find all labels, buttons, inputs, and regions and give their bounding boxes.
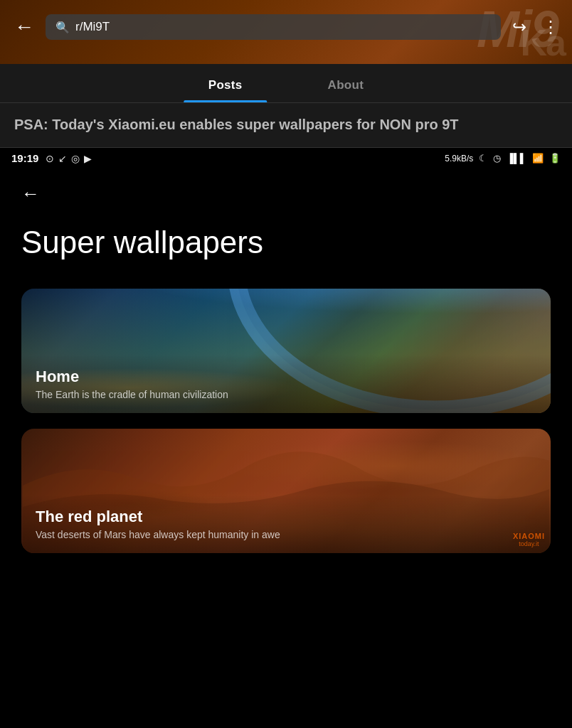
mars-card-subtitle: Vast deserts of Mars have always kept hu…	[36, 529, 536, 540]
mars-card-label: The red planet Vast deserts of Mars have…	[21, 495, 551, 553]
share-button[interactable]: ↪	[507, 14, 532, 40]
wifi-icon: 📶	[532, 153, 544, 164]
download-icon: ↙	[58, 153, 67, 164]
address-bar: ← 🔍 r/Mi9T ↪ ⋮	[0, 13, 572, 41]
status-time: 19:19	[11, 152, 38, 164]
alarm-icon: ◷	[493, 153, 501, 164]
spotify-icon: ⊙	[46, 153, 54, 164]
earth-wallpaper-card[interactable]: Home The Earth is the cradle of human ci…	[21, 289, 551, 413]
status-left: 19:19 ⊙ ↙ ◎ ▶	[11, 152, 92, 164]
mars-wallpaper-card[interactable]: The red planet Vast deserts of Mars have…	[21, 429, 551, 553]
earth-card-label: Home The Earth is the cradle of human ci…	[21, 355, 551, 413]
tab-about[interactable]: About	[285, 68, 407, 102]
status-right: 5.9kB/s ☾ ◷ ▐▌▌ 📶 🔋	[445, 153, 561, 164]
xiaomi-watermark: XIAOMI today.it	[513, 532, 545, 547]
xiaomi-site: today.it	[513, 540, 545, 547]
phone-content: ← Super wallpapers Home The Earth is the…	[0, 168, 572, 595]
phone-back-button[interactable]: ←	[21, 183, 40, 205]
instagram-icon: ◎	[71, 153, 80, 164]
search-bar[interactable]: 🔍 r/Mi9T	[46, 14, 501, 40]
earth-card-subtitle: The Earth is the cradle of human civiliz…	[36, 389, 536, 400]
youtube-icon: ▶	[84, 153, 92, 164]
super-wallpapers-title: Super wallpapers	[21, 225, 551, 260]
search-text: r/Mi9T	[75, 20, 110, 34]
signal-icon: ▐▌▌	[507, 153, 526, 164]
mars-card-title: The red planet	[36, 508, 536, 526]
battery-icon: 🔋	[549, 153, 561, 164]
tab-posts[interactable]: Posts	[166, 68, 285, 102]
status-icons: ⊙ ↙ ◎ ▶	[46, 153, 92, 164]
top-banner: Mi9 Ka ← 🔍 r/Mi9T ↪ ⋮	[0, 0, 572, 64]
search-icon: 🔍	[55, 21, 70, 34]
tabs-container: Posts About	[0, 64, 572, 103]
more-button[interactable]: ⋮	[538, 14, 563, 40]
xiaomi-brand: XIAOMI	[513, 532, 545, 540]
earth-card-title: Home	[36, 368, 536, 386]
back-button[interactable]: ←	[9, 13, 40, 41]
moon-icon: ☾	[479, 153, 487, 164]
post-title: PSA: Today's Xiaomi.eu enables super wal…	[0, 103, 572, 148]
network-speed: 5.9kB/s	[445, 154, 473, 164]
status-bar: 19:19 ⊙ ↙ ◎ ▶ 5.9kB/s ☾ ◷ ▐▌▌ 📶 🔋	[0, 148, 572, 168]
